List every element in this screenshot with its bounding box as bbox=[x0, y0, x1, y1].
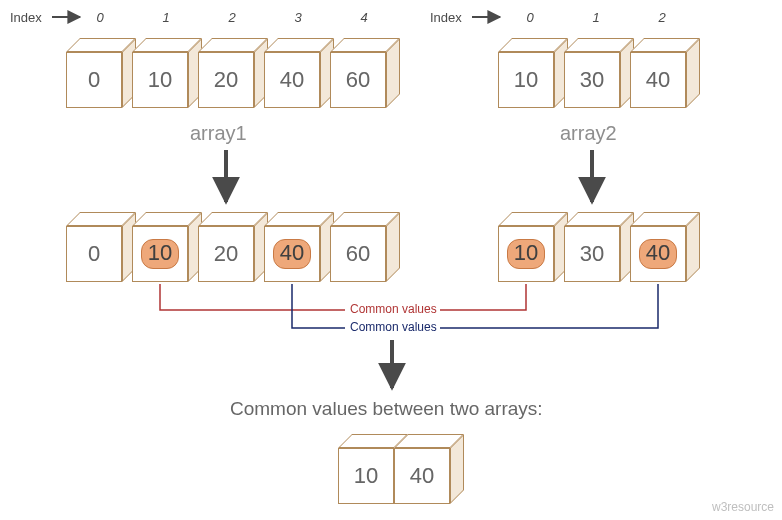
watermark: w3resource bbox=[712, 500, 774, 514]
highlight-pill: 40 bbox=[273, 239, 311, 269]
cube-a1-1: 10 bbox=[132, 52, 188, 108]
connector-red-right bbox=[440, 284, 526, 310]
cell-value: 10 bbox=[132, 52, 188, 108]
highlight-pill: 10 bbox=[141, 239, 179, 269]
connector-red-left bbox=[160, 284, 345, 310]
idx-a2-0: 0 bbox=[520, 10, 540, 25]
common-values-label-red: Common values bbox=[350, 302, 437, 316]
idx-a1-3: 3 bbox=[288, 10, 308, 25]
cube-m2-2: 40 bbox=[630, 226, 686, 282]
cell-value: 60 bbox=[330, 52, 386, 108]
common-values-label-navy: Common values bbox=[350, 320, 437, 334]
cube-a2-1: 30 bbox=[564, 52, 620, 108]
cell-value: 40 bbox=[264, 52, 320, 108]
cell-value: 60 bbox=[330, 226, 386, 282]
cube-a2-2: 40 bbox=[630, 52, 686, 108]
cube-a1-0: 0 bbox=[66, 52, 122, 108]
cube-m1-3: 40 bbox=[264, 226, 320, 282]
diagram-stage: Index Index 0 1 2 3 4 0 1 2 0 10 20 40 6… bbox=[0, 0, 782, 520]
cube-result-0: 10 bbox=[338, 448, 394, 504]
connector-navy-right bbox=[440, 284, 658, 328]
cell-value: 10 bbox=[498, 52, 554, 108]
cell-value: 20 bbox=[198, 52, 254, 108]
result-caption: Common values between two arrays: bbox=[230, 398, 543, 420]
cell-value: 40 bbox=[630, 226, 686, 282]
cell-value: 10 bbox=[132, 226, 188, 282]
array2-label: array2 bbox=[560, 122, 617, 145]
idx-a1-2: 2 bbox=[222, 10, 242, 25]
cell-value: 10 bbox=[338, 448, 394, 504]
idx-a1-1: 1 bbox=[156, 10, 176, 25]
cube-m1-4: 60 bbox=[330, 226, 386, 282]
idx-a1-0: 0 bbox=[90, 10, 110, 25]
cell-value: 30 bbox=[564, 52, 620, 108]
cube-m2-1: 30 bbox=[564, 226, 620, 282]
cell-value: 40 bbox=[630, 52, 686, 108]
array1-label: array1 bbox=[190, 122, 247, 145]
cell-value: 10 bbox=[498, 226, 554, 282]
index-label-right: Index bbox=[430, 10, 462, 25]
connector-navy-left bbox=[292, 284, 345, 328]
index-label-left: Index bbox=[10, 10, 42, 25]
cube-a1-2: 20 bbox=[198, 52, 254, 108]
cube-m1-2: 20 bbox=[198, 226, 254, 282]
cube-m1-0: 0 bbox=[66, 226, 122, 282]
cube-a1-4: 60 bbox=[330, 52, 386, 108]
idx-a2-2: 2 bbox=[652, 10, 672, 25]
cell-value: 40 bbox=[264, 226, 320, 282]
cube-a1-3: 40 bbox=[264, 52, 320, 108]
idx-a1-4: 4 bbox=[354, 10, 374, 25]
cube-result-1: 40 bbox=[394, 448, 450, 504]
cell-value: 30 bbox=[564, 226, 620, 282]
highlight-pill: 10 bbox=[507, 239, 545, 269]
cube-m2-0: 10 bbox=[498, 226, 554, 282]
cube-m1-1: 10 bbox=[132, 226, 188, 282]
highlight-pill: 40 bbox=[639, 239, 677, 269]
idx-a2-1: 1 bbox=[586, 10, 606, 25]
cell-value: 0 bbox=[66, 52, 122, 108]
cube-a2-0: 10 bbox=[498, 52, 554, 108]
cell-value: 20 bbox=[198, 226, 254, 282]
cell-value: 40 bbox=[394, 448, 450, 504]
cell-value: 0 bbox=[66, 226, 122, 282]
